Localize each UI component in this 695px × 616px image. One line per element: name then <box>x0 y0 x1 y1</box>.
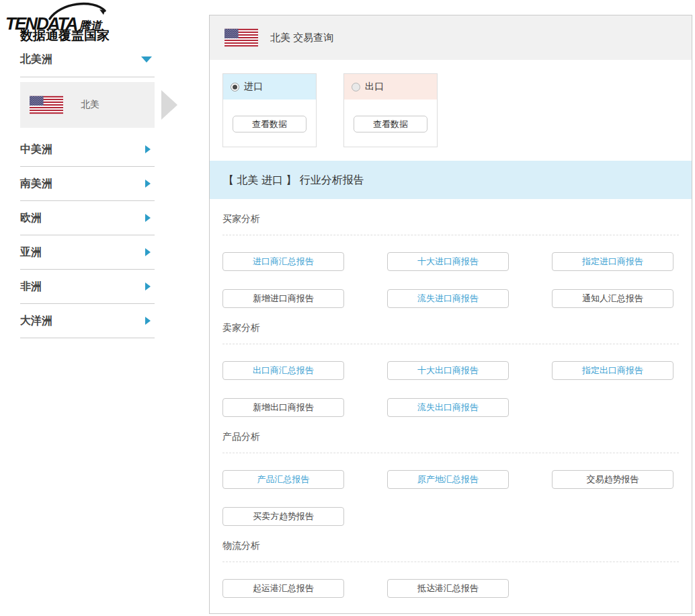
us-flag-icon <box>224 26 258 49</box>
section-title: 买家分析 <box>222 212 679 225</box>
export-option[interactable]: 出口 <box>344 74 437 100</box>
chevron-right-icon <box>145 248 151 256</box>
nav-item-north-america-group[interactable]: 北美洲 <box>20 42 155 77</box>
report-button-grid: 进口商汇总报告 十大进口商报告 指定进口商报告 新增进口商报告 流失进口商报告 … <box>222 252 679 308</box>
section-buyer-analysis: 买家分析 进口商汇总报告 十大进口商报告 指定进口商报告 新增进口商报告 流失进… <box>222 212 679 308</box>
nav-item-label: 南美洲 <box>20 177 52 191</box>
report-button[interactable]: 指定进口商报告 <box>552 252 673 271</box>
report-button[interactable]: 产品汇总报告 <box>222 470 344 489</box>
section-divider <box>222 453 679 453</box>
nav-subitem-label: 北美 <box>81 99 99 111</box>
main-panel: 北美 交易查询 进口 查看数据 出口 查看数据 【 北美 进口 】 行业分析报告… <box>209 15 692 614</box>
logo: TENDATA腾道 数据通覆盖国家 <box>5 3 153 46</box>
selected-pointer-icon <box>161 90 177 120</box>
section-logistics-analysis: 物流分析 起运港汇总报告 抵达港汇总报告 <box>222 539 679 598</box>
report-button[interactable]: 买卖方趋势报告 <box>222 507 344 526</box>
nav-item-oceania[interactable]: 大洋洲 <box>20 304 155 338</box>
nav-item-asia[interactable]: 亚洲 <box>20 235 155 270</box>
report-button[interactable]: 通知人汇总报告 <box>552 289 673 308</box>
report-button[interactable]: 新增出口商报告 <box>222 398 344 417</box>
section-seller-analysis: 卖家分析 出口商汇总报告 十大出口商报告 指定出口商报告 新增出口商报告 流失出… <box>222 321 679 417</box>
trade-type-cards: 进口 查看数据 出口 查看数据 <box>222 73 679 147</box>
report-button-grid: 产品汇总报告 原产地汇总报告 交易趋势报告 买卖方趋势报告 <box>222 470 679 526</box>
chevron-right-icon <box>145 317 151 325</box>
nav-item-europe[interactable]: 欧洲 <box>20 201 155 235</box>
chevron-down-icon <box>141 56 152 63</box>
report-button[interactable]: 交易趋势报告 <box>552 470 673 489</box>
radio-export[interactable] <box>352 83 360 91</box>
section-divider <box>222 344 679 344</box>
report-button[interactable]: 出口商汇总报告 <box>222 361 344 380</box>
section-divider <box>222 562 679 562</box>
chevron-right-icon <box>145 282 151 291</box>
nav-item-south-america[interactable]: 南美洲 <box>20 167 155 201</box>
report-button[interactable]: 指定出口商报告 <box>552 361 673 380</box>
nav-item-label: 北美洲 <box>20 52 52 67</box>
nav-item-label: 亚洲 <box>20 245 42 260</box>
report-button[interactable]: 进口商汇总报告 <box>222 252 344 271</box>
import-option[interactable]: 进口 <box>223 74 316 100</box>
export-label: 出口 <box>365 81 384 93</box>
view-data-button[interactable]: 查看数据 <box>233 116 306 132</box>
section-title: 物流分析 <box>222 539 679 552</box>
report-button[interactable]: 新增进口商报告 <box>222 289 344 308</box>
page-title: 北美 交易查询 <box>270 32 333 44</box>
section-divider <box>222 235 679 235</box>
export-card: 出口 查看数据 <box>343 73 438 147</box>
nav-item-africa[interactable]: 非洲 <box>20 270 155 304</box>
chevron-right-icon <box>145 145 151 153</box>
report-button[interactable]: 起运港汇总报告 <box>222 579 344 598</box>
us-flag-icon <box>30 93 63 116</box>
report-button[interactable]: 原产地汇总报告 <box>387 470 509 489</box>
chevron-right-icon <box>145 214 151 222</box>
chevron-right-icon <box>145 180 151 188</box>
nav-subitem-north-america[interactable]: 北美 <box>20 82 155 128</box>
radio-import[interactable] <box>231 83 239 91</box>
nav-item-label: 中美洲 <box>20 143 52 157</box>
nav-item-label: 欧洲 <box>20 211 42 225</box>
report-button[interactable]: 十大进口商报告 <box>387 252 509 271</box>
import-card: 进口 查看数据 <box>222 73 317 147</box>
sidebar: TENDATA腾道 数据通覆盖国家 北美洲 北美 中美洲 南美洲 欧洲 <box>0 0 208 616</box>
nav-item-label: 非洲 <box>20 280 42 294</box>
region-nav: 北美洲 北美 中美洲 南美洲 欧洲 亚洲 非洲 <box>20 42 155 338</box>
section-title: 产品分析 <box>222 430 679 443</box>
report-banner-title: 【 北美 进口 】 行业分析报告 <box>210 161 692 199</box>
section-product-analysis: 产品分析 产品汇总报告 原产地汇总报告 交易趋势报告 买卖方趋势报告 <box>222 430 679 526</box>
panel-body: 进口 查看数据 出口 查看数据 【 北美 进口 】 行业分析报告 买家分析 进口… <box>210 60 692 598</box>
panel-header: 北美 交易查询 <box>210 15 692 60</box>
import-label: 进口 <box>244 81 263 93</box>
report-button-grid: 起运港汇总报告 抵达港汇总报告 <box>222 579 679 598</box>
report-button[interactable]: 十大出口商报告 <box>387 361 509 380</box>
report-button[interactable]: 流失进口商报告 <box>387 289 509 308</box>
section-title: 卖家分析 <box>222 321 679 334</box>
report-button[interactable]: 流失出口商报告 <box>387 398 509 417</box>
nav-item-central-america[interactable]: 中美洲 <box>20 132 155 167</box>
nav-item-label: 大洋洲 <box>20 314 52 328</box>
report-button[interactable]: 抵达港汇总报告 <box>387 579 509 598</box>
view-data-button[interactable]: 查看数据 <box>354 116 427 132</box>
report-button-grid: 出口商汇总报告 十大出口商报告 指定出口商报告 新增出口商报告 流失出口商报告 <box>222 361 679 417</box>
